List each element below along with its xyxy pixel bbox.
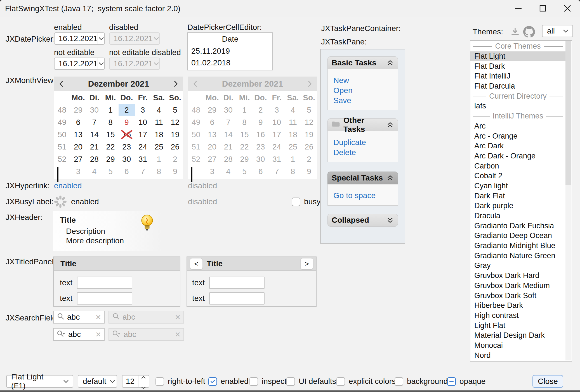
taskpane-link[interactable]: New	[333, 75, 398, 85]
chevron-down-icon[interactable]	[98, 58, 104, 69]
text-field[interactable]	[209, 277, 265, 289]
close-button[interactable]: Close	[532, 375, 563, 388]
theme-list-item[interactable]: Gruvbox Dark Medium	[470, 281, 565, 291]
theme-list-item[interactable]: Gradianto Midnight Blue	[470, 241, 565, 251]
hyperlink-enabled[interactable]: enabled	[54, 181, 82, 190]
theme-list-item[interactable]: Dark Flat	[470, 191, 565, 201]
themes-filter-combobox[interactable]: all	[542, 25, 573, 37]
checkbox-box[interactable]	[249, 377, 258, 386]
calendar-day[interactable]: 9	[119, 116, 135, 129]
calendar-day[interactable]: 11	[151, 116, 167, 129]
theme-list-item[interactable]: Gruvbox Dark Soft	[470, 291, 565, 301]
checkbox-box[interactable]	[286, 377, 295, 386]
maximize-button[interactable]	[534, 0, 552, 17]
taskpane-link[interactable]: Open	[333, 85, 398, 96]
theme-list-item[interactable]: Light Flat	[470, 320, 565, 331]
spinner-down-icon[interactable]	[141, 382, 146, 391]
search-field-with-menu-enabled[interactable]: ✕	[53, 328, 105, 341]
calendar-day[interactable]: 29	[102, 153, 119, 165]
calendar-day[interactable]: 20	[70, 141, 86, 153]
calendar-day[interactable]: 13	[70, 129, 86, 141]
calendar-day[interactable]: 3	[135, 104, 151, 116]
calendar-day[interactable]: 1	[151, 153, 167, 165]
next-button[interactable]: >	[300, 258, 313, 269]
calendar-day[interactable]: 12	[167, 116, 183, 129]
calendar-day[interactable]: 22	[102, 141, 119, 153]
checkbox-opaque[interactable]: opaque	[447, 377, 485, 386]
text-field[interactable]	[77, 292, 132, 305]
calendar-day[interactable]: 1	[102, 104, 119, 116]
checkbox-background[interactable]: background	[395, 377, 448, 386]
theme-list-item[interactable]: Arc - Orange	[470, 131, 565, 141]
taskpane-header[interactable]: Basic Tasks	[327, 56, 398, 69]
checkbox-enabled[interactable]: enabled	[208, 377, 249, 386]
theme-list-item[interactable]: Gradianto Nature Green	[470, 251, 565, 261]
calendar-day[interactable]: 6	[119, 165, 135, 178]
calendar-day[interactable]: 19	[167, 129, 183, 141]
theme-list-item[interactable]: Gradianto Dark Fuchsia	[470, 221, 565, 231]
theme-list-item[interactable]: Hiberbee Dark	[470, 301, 565, 311]
calendar-day[interactable]: 21	[86, 141, 103, 153]
theme-list-item[interactable]: High contrast	[470, 311, 565, 321]
calendar-day[interactable]: 28	[86, 153, 103, 165]
checkbox-box[interactable]	[447, 377, 456, 386]
minimize-button[interactable]	[509, 0, 527, 17]
text-field[interactable]	[77, 277, 132, 289]
theme-list-item[interactable]: Flat IntelliJ	[470, 71, 565, 81]
calendar-day[interactable]: 4	[151, 104, 167, 116]
calendar-day[interactable]: 8	[151, 165, 167, 178]
calendar-day[interactable]: 24	[135, 141, 151, 153]
theme-list-item[interactable]: Arc Dark	[470, 141, 565, 151]
calendar-day[interactable]: 14	[86, 129, 103, 141]
calendar-day[interactable]: 7	[135, 165, 151, 178]
checkbox-box[interactable]	[292, 198, 300, 206]
spinner-up-icon[interactable]	[141, 372, 146, 381]
busy-checkbox[interactable]: busy	[292, 197, 320, 206]
datepicker-enabled[interactable]: 16.12.2021	[54, 32, 105, 45]
theme-list-item[interactable]: Gradianto Deep Ocean	[470, 231, 565, 241]
calendar-day[interactable]: 26	[167, 141, 183, 153]
theme-list-item[interactable]: Material Design Dark	[470, 331, 565, 341]
chevron-double-down-icon[interactable]	[386, 217, 394, 223]
calendar-day[interactable]: 17	[135, 129, 151, 141]
calendar-day[interactable]: 18	[151, 129, 167, 141]
calendar-day[interactable]: 6	[70, 116, 86, 129]
checkbox-box[interactable]	[208, 377, 217, 386]
chevron-double-up-icon[interactable]	[386, 175, 394, 181]
checkbox-inspect[interactable]: inspect	[249, 377, 287, 386]
checkbox-box[interactable]	[395, 377, 403, 386]
font-size-spinner[interactable]: 12	[122, 375, 149, 388]
taskpane-header[interactable]: Special Tasks	[327, 172, 398, 184]
scrollbar-track[interactable]	[565, 41, 571, 360]
next-month-icon[interactable]	[174, 80, 178, 87]
calendar-day[interactable]: 2	[167, 153, 183, 165]
calendar-day[interactable]: 23	[119, 141, 135, 153]
clear-search-icon[interactable]: ✕	[95, 331, 101, 339]
clear-search-icon[interactable]: ✕	[95, 313, 101, 321]
theme-list-item[interactable]: Cyan light	[470, 181, 565, 191]
search-field-enabled[interactable]: ✕	[53, 311, 105, 324]
theme-list-item[interactable]: Monocai	[470, 341, 565, 351]
calendar-day[interactable]: 9	[167, 165, 183, 178]
calendar-day[interactable]: 29	[70, 104, 86, 116]
theme-list-item[interactable]: Gray	[470, 261, 565, 271]
calendar-day[interactable]: 7	[86, 116, 103, 129]
download-icon[interactable]	[509, 26, 521, 37]
chevron-double-up-icon[interactable]	[386, 122, 394, 128]
theme-list-item[interactable]: Gruvbox Dark Hard	[470, 271, 565, 281]
calendar-day[interactable]: 5	[102, 165, 119, 178]
taskpane-link[interactable]: Delete	[333, 148, 398, 158]
calendar-day[interactable]: 2	[119, 104, 135, 116]
theme-list-item[interactable]: Nord	[470, 350, 565, 360]
calendar-day[interactable]: 5	[167, 104, 183, 116]
search-input[interactable]	[67, 312, 93, 322]
calendar-day[interactable]: 10	[135, 116, 151, 129]
calendar-day[interactable]: 8	[102, 116, 119, 129]
checkbox-right-to-left[interactable]: right-to-left	[155, 377, 205, 386]
calendar-day[interactable]: 4	[86, 165, 103, 178]
calendar-day[interactable]: 16	[119, 129, 135, 141]
prev-month-icon[interactable]	[59, 80, 63, 87]
chevron-down-icon[interactable]	[98, 33, 104, 44]
calendar-day[interactable]: 31	[135, 153, 151, 165]
github-icon[interactable]	[522, 26, 536, 38]
